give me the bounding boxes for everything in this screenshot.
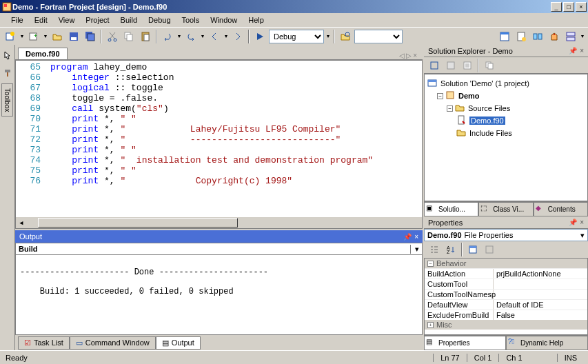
class-view-dropdown[interactable]: ▼ (580, 34, 585, 39)
code-line[interactable]: 70 print *, " " (16, 114, 422, 124)
alphabetical-button[interactable]: AZ (443, 242, 458, 257)
explorer-refresh-button[interactable] (427, 58, 442, 73)
menu-edit[interactable]: Edit (29, 14, 53, 26)
close-button[interactable]: × (576, 2, 587, 12)
tab-solution-explorer[interactable]: ▣Solutio... (424, 202, 478, 216)
categorized-button[interactable] (427, 242, 442, 257)
property-row[interactable]: CustomToolNamesp (425, 289, 587, 299)
explorer-show-all-button[interactable] (443, 58, 458, 73)
tab-dynamic-help[interactable]: ?⃝Dynamic Help (506, 336, 588, 350)
menu-project[interactable]: Project (80, 14, 114, 26)
code-line[interactable]: 72 print *, " --------------------------… (16, 134, 422, 145)
collapse-icon[interactable]: − (447, 105, 453, 112)
code-editor[interactable]: 65program lahey_demo66 integer ::selecti… (15, 60, 423, 229)
property-grid[interactable]: −Behavior BuildActionprjBuildActionNoneC… (424, 258, 588, 335)
chevron-down-icon[interactable]: ▾ (580, 231, 585, 240)
tab-next-icon[interactable]: ▷ (406, 52, 412, 59)
toolbox-button[interactable] (547, 29, 562, 44)
code-line[interactable]: 69 call system("cls") (16, 103, 422, 114)
new-project-button[interactable] (3, 29, 18, 44)
maximize-button[interactable]: □ (563, 2, 574, 12)
tab-properties[interactable]: ▤Properties (424, 336, 506, 350)
output-close-icon[interactable]: × (414, 233, 418, 241)
explorer-copy-button[interactable] (482, 58, 497, 73)
tab-prev-icon[interactable]: ◁ (399, 52, 405, 59)
open-button[interactable] (50, 29, 65, 44)
class-view-button[interactable] (563, 29, 578, 44)
tree-project[interactable]: −Demo (427, 90, 585, 102)
config-extra-dropdown[interactable]: ▼ (325, 34, 331, 39)
nav-back-dropdown[interactable]: ▼ (223, 34, 229, 39)
property-value[interactable] (494, 279, 587, 289)
property-value[interactable]: Default of IDE (494, 300, 587, 310)
category-misc[interactable]: +Misc (425, 320, 587, 330)
properties-object-combo[interactable]: Demo.f90 File Properties ▾ (424, 229, 588, 241)
category-behavior[interactable]: −Behavior (425, 259, 587, 268)
output-body[interactable]: ---------------------- Done ------------… (15, 255, 423, 335)
new-project-dropdown[interactable]: ▼ (19, 34, 25, 39)
menu-file[interactable]: File (6, 14, 29, 26)
paste-button[interactable] (138, 29, 153, 44)
cut-button[interactable] (105, 29, 120, 44)
property-value[interactable]: False (494, 310, 587, 320)
property-row[interactable]: ExcludeFromBuildFalse (425, 310, 587, 320)
find-combo[interactable] (354, 30, 403, 43)
undo-dropdown[interactable]: ▼ (176, 34, 182, 39)
add-item-dropdown[interactable]: ▼ (43, 34, 48, 39)
code-line[interactable]: 68 toggle = .false. (16, 93, 422, 103)
explorer-close-icon[interactable]: × (580, 47, 584, 54)
properties-button[interactable] (514, 29, 529, 44)
property-value[interactable]: prjBuildActionNone (494, 269, 587, 279)
expand-icon[interactable]: + (427, 322, 434, 328)
tree-include-folder[interactable]: Include Files (427, 127, 585, 139)
nav-fwd-button[interactable] (230, 29, 245, 44)
save-button[interactable] (66, 29, 81, 44)
menu-help[interactable]: Help (243, 14, 270, 26)
save-all-button[interactable] (83, 29, 98, 44)
copy-button[interactable] (121, 29, 136, 44)
pin-icon[interactable]: 📌 (403, 233, 412, 241)
menu-build[interactable]: Build (115, 14, 143, 26)
editor-hscrollbar[interactable]: ◂ (16, 217, 422, 228)
tab-close-icon[interactable]: × (413, 52, 417, 59)
menu-tools[interactable]: Tools (176, 14, 205, 26)
menu-window[interactable]: Window (205, 14, 243, 26)
tree-file-demo[interactable]: Demo.f90 (427, 114, 585, 127)
collapse-icon[interactable]: − (437, 93, 443, 99)
code-line[interactable]: 71 print *, " Lahey/Fujitsu LF95 Compile… (16, 124, 422, 134)
explorer-properties-button[interactable] (460, 58, 475, 73)
code-line[interactable]: 65program lahey_demo (16, 62, 422, 72)
start-button[interactable] (252, 29, 267, 44)
tab-task-list[interactable]: ☑Task List (18, 336, 70, 350)
explorer-pin-icon[interactable]: 📌 (569, 47, 577, 54)
solution-tree[interactable]: Solution 'Demo' (1 project) −Demo −Sourc… (424, 74, 588, 201)
tab-output[interactable]: ▤Output (156, 336, 201, 350)
redo-button[interactable] (183, 29, 199, 44)
code-line[interactable]: 76 print *, " Copyright(c) 1998" (16, 176, 422, 186)
toolbox-tab[interactable]: Toolbox (1, 83, 13, 117)
properties-pin-icon[interactable]: 📌 (569, 219, 577, 226)
collapse-icon[interactable]: − (427, 261, 434, 267)
redo-dropdown[interactable]: ▼ (200, 34, 205, 39)
config-combo[interactable]: Debug (269, 30, 324, 43)
code-line[interactable]: 75 print *, " " (16, 165, 422, 176)
output-category-dropdown[interactable]: ▾ (410, 245, 419, 254)
tree-solution[interactable]: Solution 'Demo' (1 project) (427, 77, 585, 90)
code-line[interactable]: 73 print *, " " (16, 145, 422, 155)
code-line[interactable]: 74 print *, " installation test and demo… (16, 155, 422, 165)
code-line[interactable]: 66 integer ::selection (16, 72, 422, 83)
hammer-icon[interactable] (0, 65, 15, 81)
add-item-button[interactable]: + (26, 29, 41, 44)
property-value[interactable] (494, 290, 587, 299)
menu-view[interactable]: View (53, 14, 81, 26)
object-browser-button[interactable] (530, 29, 545, 44)
property-row[interactable]: CustomTool (425, 279, 587, 289)
property-row[interactable]: DefaultViewDefault of IDE (425, 299, 587, 310)
tab-contents[interactable]: ◆Contents (534, 202, 588, 216)
tab-command-window[interactable]: ▭Command Window (70, 336, 156, 350)
menu-debug[interactable]: Debug (143, 14, 176, 26)
tab-class-view[interactable]: ⬚Class Vi... (478, 202, 533, 216)
property-pages-button[interactable] (465, 242, 480, 257)
find-button[interactable] (338, 29, 353, 44)
pointer-icon[interactable] (0, 48, 15, 63)
